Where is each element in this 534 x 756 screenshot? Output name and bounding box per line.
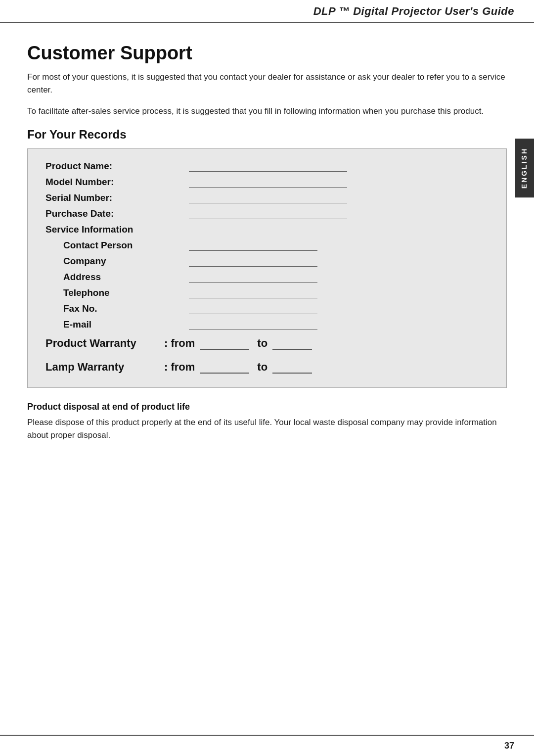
purchase-date-label: Purchase Date: — [45, 208, 184, 219]
address-row: Address — [45, 272, 489, 283]
page-header: DLP ™ Digital Projector User's Guide — [0, 0, 534, 23]
telephone-label: Telephone — [45, 287, 184, 298]
lamp-warranty-from: : from — [164, 361, 195, 374]
disposal-title: Product disposal at end of product life — [27, 402, 507, 412]
contact-person-label: Contact Person — [45, 240, 184, 251]
purchase-date-line — [189, 217, 347, 219]
address-label: Address — [45, 272, 184, 283]
product-warranty-to-blank — [272, 348, 312, 350]
purchase-date-row: Purchase Date: — [45, 208, 489, 219]
page-title: Customer Support — [27, 43, 507, 64]
email-row: E-mail — [45, 319, 489, 330]
model-number-row: Model Number: — [45, 177, 489, 188]
intro-paragraph: For most of your questions, it is sugges… — [27, 71, 507, 96]
product-name-label: Product Name: — [45, 161, 184, 172]
english-tab: ENGLISH — [515, 139, 534, 197]
serial-number-label: Serial Number: — [45, 192, 184, 203]
contact-person-row: Contact Person — [45, 240, 489, 251]
serial-number-line — [189, 201, 347, 203]
serial-number-row: Serial Number: — [45, 192, 489, 203]
product-name-line — [189, 170, 347, 172]
telephone-line — [189, 296, 317, 298]
lamp-warranty-to: to — [257, 361, 267, 374]
telephone-row: Telephone — [45, 287, 489, 298]
disposal-text: Please dispose of this product properly … — [27, 416, 507, 442]
page-footer: 37 — [0, 735, 534, 756]
product-warranty-row: Product Warranty : from to — [45, 337, 489, 350]
product-name-row: Product Name: — [45, 161, 489, 172]
product-warranty-from: : from — [164, 337, 195, 350]
fax-row: Fax No. — [45, 303, 489, 314]
email-line — [189, 328, 317, 330]
company-line — [189, 265, 317, 267]
model-number-label: Model Number: — [45, 177, 184, 188]
header-title: DLP ™ Digital Projector User's Guide — [313, 5, 514, 18]
disposal-section: Product disposal at end of product life … — [27, 402, 507, 442]
contact-person-line — [189, 249, 317, 251]
main-content: Customer Support For most of your questi… — [0, 23, 534, 457]
records-box: Product Name: Model Number: Serial Numbe… — [27, 148, 507, 388]
product-warranty-label: Product Warranty — [45, 337, 164, 350]
fax-line — [189, 312, 317, 314]
lamp-warranty-to-blank — [272, 372, 312, 374]
fax-label: Fax No. — [45, 303, 184, 314]
product-warranty-from-blank — [200, 348, 249, 350]
page-number: 37 — [504, 741, 514, 751]
lamp-warranty-from-blank — [200, 372, 249, 374]
facilitate-paragraph: To facilitate after-sales service proces… — [27, 105, 507, 118]
lamp-warranty-row: Lamp Warranty : from to — [45, 361, 489, 374]
company-row: Company — [45, 256, 489, 267]
model-number-line — [189, 186, 347, 188]
section-heading: For Your Records — [27, 128, 507, 142]
lamp-warranty-label: Lamp Warranty — [45, 361, 164, 374]
email-label: E-mail — [45, 319, 184, 330]
address-line — [189, 281, 317, 283]
company-label: Company — [45, 256, 184, 267]
product-warranty-to: to — [257, 337, 267, 350]
service-info-label: Service Information — [45, 224, 489, 235]
